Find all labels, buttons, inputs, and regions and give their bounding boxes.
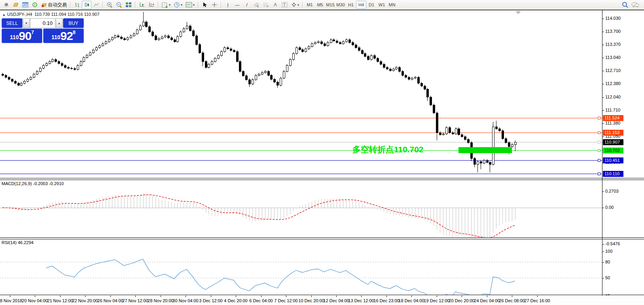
volume-input[interactable]: 0.10	[30, 18, 55, 28]
toolbar-separator	[198, 2, 199, 8]
date-label: 6 Dec 04:00	[249, 298, 273, 303]
macd-zero-tick	[602, 208, 604, 208]
macd-pane[interactable]	[0, 180, 602, 237]
trendline-tool[interactable]: /	[242, 1, 252, 9]
bar-chart-icon[interactable]	[72, 1, 82, 9]
toolbar-separator	[221, 2, 222, 8]
collapse-panel-icon[interactable]: ▲	[2, 13, 6, 17]
date-label: 24 Dec 04:00	[474, 298, 500, 303]
date-tick	[437, 296, 437, 297]
date-tick	[10, 296, 10, 297]
cursor-tool[interactable]	[200, 1, 210, 9]
tile-windows-icon[interactable]	[124, 1, 133, 9]
date-tick	[211, 296, 211, 297]
templates-button[interactable]: ▾	[184, 1, 196, 9]
text-label-tool[interactable]: T	[280, 1, 290, 9]
auto-scroll-icon[interactable]	[137, 1, 147, 9]
price-tick-112.710-tick	[602, 71, 604, 71]
date-tick	[286, 296, 286, 297]
chart-shift-marker[interactable]	[515, 11, 521, 14]
toolbar: 单 自动交易 ▾ ▾	[0, 0, 644, 10]
new-chart-button[interactable]: ▾	[160, 1, 172, 9]
signals-icon[interactable]	[30, 1, 40, 9]
timeframe-m30[interactable]: M30	[335, 1, 346, 9]
price-tick-112.380-tick	[602, 84, 604, 84]
sell-price[interactable]: 110907	[2, 28, 42, 43]
date-label: 10 Dec 20:00	[298, 298, 324, 303]
price-tick-113.370-tick	[602, 45, 604, 45]
date-tick	[311, 296, 312, 297]
market-watch-icon[interactable]	[21, 1, 30, 9]
highlight-zone	[458, 147, 511, 153]
chat-icon[interactable]	[631, 2, 639, 8]
price-tick-113.370: 113.370	[605, 42, 621, 47]
macd-min: -0.5476	[605, 241, 620, 246]
price-axis-border	[602, 10, 602, 296]
price-label-111.524: 111.524	[603, 115, 623, 121]
date-tick	[361, 296, 362, 297]
chart-bottom-border	[0, 295, 644, 295]
timeframe-d1[interactable]: D1	[366, 1, 377, 9]
crosshair-tool[interactable]	[210, 1, 219, 9]
price-tick-113.040-tick	[602, 58, 604, 58]
rsi-indicator-label: RSI(14) 46.2294	[2, 240, 34, 245]
chart-shift-icon[interactable]	[147, 1, 156, 9]
timeframe-h1[interactable]: H1	[346, 1, 356, 9]
timeframe-m15[interactable]: M15	[325, 1, 335, 9]
toolbar-separator	[70, 2, 71, 8]
horizontal-line-tool[interactable]: —	[233, 1, 242, 9]
line-chart-icon[interactable]	[91, 1, 101, 9]
date-label: 3 Dec 12:00	[199, 298, 222, 303]
svg-text:T: T	[283, 3, 286, 7]
periods-button[interactable]: ▾	[172, 1, 184, 9]
price-label-110.451: 110.451	[603, 157, 623, 163]
rsi-pane[interactable]	[0, 239, 602, 295]
date-label: 27 Nov 12:00	[122, 298, 148, 303]
candlestick-chart-icon[interactable]	[82, 1, 91, 9]
new-order-button[interactable]: 单	[2, 1, 11, 9]
zoom-in-icon[interactable]	[105, 1, 114, 9]
main-chart-pane[interactable]: 多空转折点110.702	[0, 10, 602, 178]
svg-text:E: E	[257, 5, 259, 8]
svg-text:F: F	[267, 5, 269, 8]
date-label: 7 Dec 12:00	[274, 298, 297, 303]
rsi-tick-100-tick	[602, 252, 604, 252]
price-tick-111.380-tick	[602, 123, 604, 124]
macd-max-tick	[602, 191, 604, 192]
timeframe-m5[interactable]: M5	[315, 1, 325, 9]
toolbar-separator	[302, 2, 303, 8]
timeframe-w1[interactable]: W1	[377, 1, 387, 9]
sell-button[interactable]: SELL	[2, 18, 23, 28]
timeframe-m1[interactable]: M1	[305, 1, 315, 9]
date-label: 27 Dec 16:00	[524, 298, 550, 303]
vertical-line-tool[interactable]: |	[223, 1, 233, 9]
date-label: 20 Dec 20:00	[449, 298, 474, 303]
macd-indicator-label: MACD(12,26,9) -0.2003 -0.2910	[2, 181, 64, 186]
timeframe-h4[interactable]: H4	[356, 1, 366, 9]
text-tool[interactable]: A	[271, 1, 280, 9]
arrows-tool[interactable]: ▾	[290, 1, 301, 9]
date-tick	[462, 296, 462, 297]
one-click-trading-panel: SELL ▼ 0.10 ▲ BUY 110907 110928	[2, 18, 84, 43]
fibonacci-tool[interactable]: F	[261, 1, 271, 9]
volume-decrease-button[interactable]: ▼	[23, 18, 30, 28]
history-center-icon[interactable]	[11, 1, 21, 9]
auto-trading-button[interactable]: 自动交易	[40, 1, 68, 9]
zoom-out-icon[interactable]	[114, 1, 124, 9]
date-label: 20 Nov 04:00	[22, 298, 47, 303]
date-tick	[411, 296, 412, 297]
volume-increase-button[interactable]: ▲	[56, 18, 63, 28]
chevron-down-icon: ▾	[193, 3, 195, 7]
search-icon[interactable]	[622, 2, 628, 8]
channel-tool[interactable]: E	[252, 1, 261, 9]
price-label-111.153: 111.153	[603, 130, 623, 136]
symbol-period-label: USDJPY-,H4	[7, 12, 32, 17]
timeframe-mn[interactable]: MN	[387, 1, 397, 9]
date-label: 18 Dec 04:00	[398, 298, 424, 303]
date-axis[interactable]: 18 Nov 201820 Nov 04:0021 Nov 12:0022 No…	[0, 296, 644, 305]
date-label: 18 Nov 2018	[0, 298, 22, 303]
buy-button[interactable]: BUY	[63, 18, 84, 28]
buy-price[interactable]: 110928	[43, 28, 84, 43]
date-label: 22 Nov 20:00	[72, 298, 98, 303]
price-tick-112.040: 112.040	[605, 95, 621, 99]
